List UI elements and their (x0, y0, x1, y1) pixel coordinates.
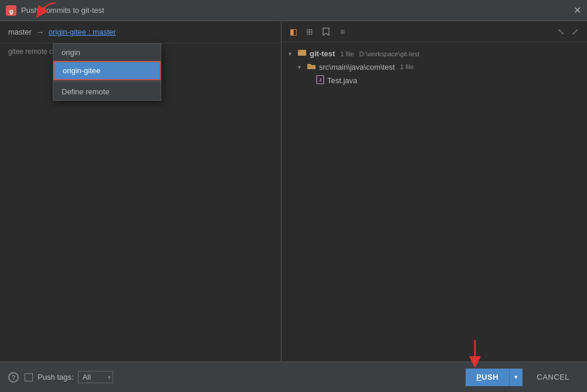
file-tree: ▾ git-test 1 file D:\workspace\git-test … (281, 42, 587, 362)
chevron-down-icon: ▾ (298, 64, 304, 70)
help-icon[interactable]: ? (8, 372, 19, 383)
dialog-title: Push Commits to git-test (21, 6, 104, 15)
tree-file-item[interactable]: J Test.java (281, 73, 587, 88)
svg-text:J: J (319, 77, 321, 83)
title-bar: g Push Commits to git-test ✕ (0, 0, 587, 21)
branch-arrow-icon: → (36, 28, 44, 36)
right-toolbar: ◧ ⊞ ≡ ⤡ ⤢ (281, 21, 587, 42)
repo-path: D:\workspace\git-test (359, 50, 420, 57)
bottom-left: ? Push tags: All None ▾ (8, 371, 113, 383)
push-tags-label: Push tags: (38, 373, 73, 381)
gitee-remote-text: gitee remote c (8, 47, 53, 56)
dropdown-item-define-remote[interactable]: Define remote (53, 83, 161, 100)
app-icon: g (6, 5, 16, 16)
push-tags-checkbox[interactable] (25, 373, 33, 381)
java-file-icon: J (316, 75, 324, 86)
left-panel: master → origin-gitee : master gitee rem… (0, 21, 281, 362)
push-dropdown-arrow-icon: ▾ (514, 373, 518, 380)
dropdown-item-origin-gitee[interactable]: origin-gitee (53, 61, 161, 80)
chevron-down-icon: ▾ (289, 50, 294, 57)
push-u-underline: PUSH (476, 373, 498, 381)
main-layout: master → origin-gitee : master gitee rem… (0, 21, 587, 362)
repo-icon (297, 49, 307, 59)
bottom-bar: ? Push tags: All None ▾ PUSH ▾ CANCEL (0, 362, 587, 392)
dropdown-divider (53, 81, 161, 82)
tree-root-item[interactable]: ▾ git-test 1 file D:\workspace\git-test (281, 47, 587, 60)
title-bar-left: g Push Commits to git-test (6, 5, 104, 16)
branch-remote[interactable]: origin-gitee : master (49, 28, 116, 36)
bookmark-icon[interactable] (320, 26, 332, 38)
sidebar-toggle-icon[interactable]: ◧ (287, 26, 299, 38)
cancel-button[interactable]: CANCEL (527, 369, 579, 386)
folder-name-label: src\main\java\com\test (319, 63, 395, 71)
push-button[interactable]: PUSH (466, 369, 509, 386)
branch-row: master → origin-gitee : master (0, 21, 281, 43)
svg-rect-3 (298, 50, 301, 52)
bottom-right: PUSH ▾ CANCEL (466, 369, 579, 386)
expand-collapse-group: ⤡ ⤢ (555, 26, 581, 38)
folder-file-count: 1 file (400, 63, 413, 70)
folder-icon (307, 62, 316, 71)
dropdown-item-origin[interactable]: origin (53, 44, 161, 61)
collapse-icon[interactable]: ⤡ (555, 26, 567, 38)
expand-icon[interactable]: ⤢ (569, 26, 581, 38)
repo-name-label: git-test (310, 49, 335, 58)
tree-folder-item[interactable]: ▾ src\main\java\com\test 1 file (281, 60, 587, 73)
svg-text:g: g (9, 8, 13, 15)
menu-icon[interactable]: ≡ (337, 26, 348, 38)
close-button[interactable]: ✕ (574, 5, 581, 16)
tags-dropdown[interactable]: All None (78, 371, 113, 383)
repo-file-count: 1 file (340, 50, 354, 57)
push-dropdown-button[interactable]: ▾ (509, 369, 522, 386)
push-button-group: PUSH ▾ (466, 369, 522, 386)
right-panel: ◧ ⊞ ≡ ⤡ ⤢ ▾ (281, 21, 587, 362)
tags-dropdown-wrap: All None ▾ (78, 371, 113, 383)
grid-view-icon[interactable]: ⊞ (304, 26, 315, 38)
branch-local: master (8, 28, 32, 36)
remote-dropdown: origin origin-gitee Define remote (53, 43, 161, 101)
push-tags-group: Push tags: All None ▾ (25, 371, 113, 383)
file-name-label: Test.java (327, 76, 357, 85)
